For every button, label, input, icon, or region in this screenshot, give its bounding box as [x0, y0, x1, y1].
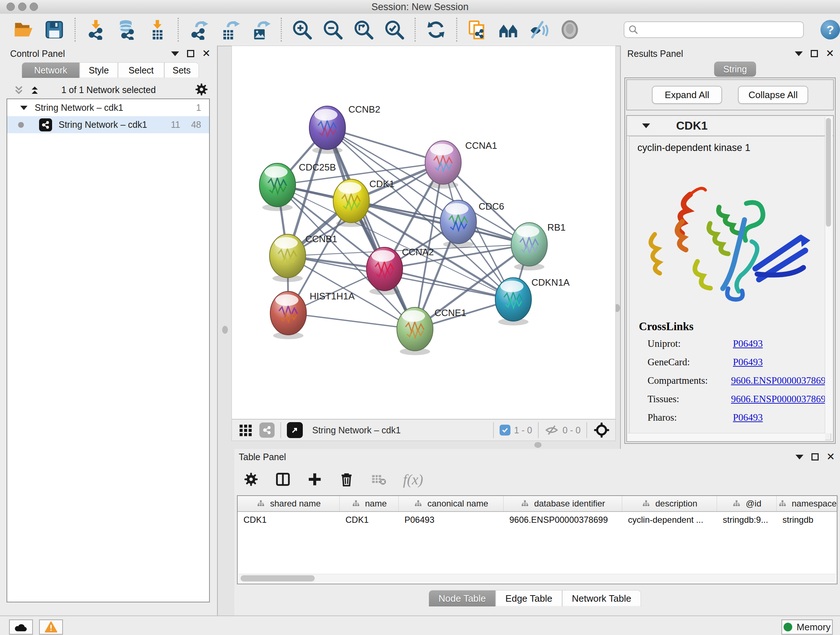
- export-image-button[interactable]: [250, 19, 271, 40]
- string-results-scroll-area[interactable]: CDK1 cyclin-dependent kinase 1: [626, 115, 834, 442]
- node-table[interactable]: shared namenamecanonical namedatabase id…: [237, 495, 837, 584]
- selected-count-checkbox-icon[interactable]: [500, 424, 510, 435]
- tab-network[interactable]: Network: [22, 62, 80, 78]
- network-collection-row[interactable]: String Network – cdk1 1: [7, 99, 209, 116]
- function-builder-icon[interactable]: f(x): [403, 471, 423, 488]
- tab-style[interactable]: Style: [80, 62, 118, 78]
- node-CCNA1[interactable]: [425, 141, 461, 188]
- tab-network-table[interactable]: Network Table: [562, 590, 641, 606]
- table-cell[interactable]: cyclin-dependent ...: [622, 512, 717, 528]
- table-cell[interactable]: stringdb: [777, 512, 838, 528]
- crosslink-link[interactable]: P06493: [733, 356, 763, 368]
- refresh-layout-icon: [426, 19, 446, 40]
- results-vertical-scrollbar[interactable]: [825, 117, 832, 433]
- results-horizontal-scrollbar[interactable]: [628, 433, 825, 440]
- show-all-button[interactable]: [559, 19, 580, 40]
- edge-HIST1H1A-CCNE1[interactable]: [288, 313, 415, 329]
- horizontal-splitter-handle[interactable]: [534, 442, 542, 448]
- gene-section-header[interactable]: CDK1: [627, 116, 833, 136]
- search-input[interactable]: [639, 22, 803, 37]
- save-session-button[interactable]: [44, 19, 65, 40]
- float-panel-icon[interactable]: [187, 50, 194, 57]
- zoom-fit-button[interactable]: [353, 19, 374, 40]
- panel-menu-icon[interactable]: [795, 51, 803, 56]
- copy-network-button[interactable]: [467, 19, 488, 40]
- fit-content-crosshair-icon[interactable]: [593, 421, 610, 439]
- crosslink-link[interactable]: P06493: [733, 338, 763, 349]
- node-label-HIST1H1A: HIST1H1A: [309, 291, 355, 302]
- table-row[interactable]: CDK1CDK1P064939606.ENSP00000378699cyclin…: [238, 512, 837, 528]
- zoom-selected-button[interactable]: [384, 19, 405, 40]
- node-CDC25B[interactable]: [259, 163, 295, 211]
- crosslink-link[interactable]: 9606.ENSP00000378699: [731, 375, 831, 386]
- float-panel-icon[interactable]: [811, 50, 818, 57]
- tab-string[interactable]: String: [714, 62, 756, 77]
- table-cell[interactable]: CDK1: [340, 512, 399, 528]
- zoom-in-button[interactable]: [292, 19, 313, 40]
- tab-sets[interactable]: Sets: [164, 62, 199, 78]
- close-panel-icon[interactable]: ✕: [826, 50, 834, 57]
- network-view-canvas[interactable]: CCNB2CCNA1CDC25BCDK1CDC6RB1CCNB1CCNA2CDK…: [232, 46, 616, 419]
- crosslink-link[interactable]: 9606.ENSP00000378699: [731, 394, 831, 405]
- table-options-gear-icon[interactable]: [243, 471, 259, 487]
- column-header-namespace[interactable]: namespace: [777, 496, 838, 511]
- network-options-gear-icon[interactable]: [195, 82, 208, 96]
- node-CCNE1[interactable]: [397, 307, 433, 355]
- toolbar-search-field[interactable]: [624, 21, 804, 38]
- export-network-button[interactable]: [188, 19, 210, 40]
- column-header-shared-name[interactable]: shared name: [238, 496, 340, 511]
- tab-edge-table[interactable]: Edge Table: [496, 590, 562, 606]
- hidden-eye-slash-icon[interactable]: [545, 424, 559, 437]
- network-row-selected[interactable]: String Network – cdk1 11 48: [7, 116, 209, 133]
- panel-menu-icon[interactable]: [171, 51, 179, 56]
- edge-CCNA2-CDKN1A[interactable]: [385, 269, 513, 299]
- first-neighbors-button[interactable]: [498, 19, 519, 40]
- table-cell[interactable]: 9606.ENSP00000378699: [504, 512, 622, 528]
- delete-column-trash-icon[interactable]: [339, 471, 355, 487]
- column-header-canonical-name[interactable]: canonical name: [399, 496, 504, 511]
- memory-button[interactable]: Memory: [782, 619, 833, 635]
- table-cell[interactable]: CDK1: [238, 512, 340, 528]
- panel-menu-icon[interactable]: [796, 455, 804, 459]
- node-RB1[interactable]: [511, 223, 547, 271]
- column-header-description[interactable]: description: [622, 496, 717, 511]
- column-header--id[interactable]: @id: [717, 496, 777, 511]
- detach-view-button[interactable]: [287, 422, 303, 438]
- node-CDKN1A[interactable]: [495, 278, 531, 325]
- node-HIST1H1A[interactable]: [270, 291, 306, 339]
- add-column-icon[interactable]: [307, 471, 323, 487]
- delete-table-icon[interactable]: [370, 472, 387, 486]
- float-panel-icon[interactable]: [812, 453, 819, 461]
- zoom-out-button[interactable]: [322, 19, 343, 40]
- close-panel-icon[interactable]: ✕: [202, 50, 210, 57]
- node-CCNB2[interactable]: [309, 106, 346, 154]
- show-columns-icon[interactable]: [275, 471, 291, 487]
- hide-selected-button[interactable]: [529, 19, 549, 40]
- close-panel-icon[interactable]: ✕: [827, 453, 835, 461]
- crosslink-link[interactable]: P06493: [733, 412, 763, 423]
- import-table-file-button[interactable]: [147, 19, 168, 40]
- cloud-status-button[interactable]: [9, 619, 33, 635]
- open-session-button[interactable]: [13, 19, 34, 40]
- apply-layout-button[interactable]: [425, 19, 447, 40]
- help-button[interactable]: ?: [821, 20, 840, 40]
- node-CCNB1[interactable]: [270, 234, 306, 282]
- import-network-file-button[interactable]: [85, 19, 106, 40]
- tab-node-table[interactable]: Node Table: [429, 590, 496, 606]
- birdseye-grid-icon[interactable]: [238, 423, 253, 437]
- collapse-all-button[interactable]: Collapse All: [738, 86, 808, 104]
- tab-select[interactable]: Select: [118, 62, 164, 78]
- warnings-button[interactable]: [39, 619, 63, 635]
- export-table-button[interactable]: [219, 19, 240, 40]
- column-header-name[interactable]: name: [340, 496, 399, 511]
- import-network-database-button[interactable]: [116, 19, 137, 40]
- collection-expand-icon[interactable]: [20, 106, 27, 110]
- table-cell[interactable]: stringdb:9...: [717, 512, 777, 528]
- gene-collapse-icon[interactable]: [642, 124, 650, 128]
- expand-all-button[interactable]: Expand All: [652, 86, 722, 104]
- network-overview-icon[interactable]: [259, 423, 275, 438]
- vertical-splitter-handle[interactable]: [222, 326, 228, 334]
- table-horizontal-scrollbar[interactable]: [238, 574, 836, 583]
- column-header-database-identifier[interactable]: database identifier: [504, 496, 622, 511]
- table-cell[interactable]: P06493: [399, 512, 504, 528]
